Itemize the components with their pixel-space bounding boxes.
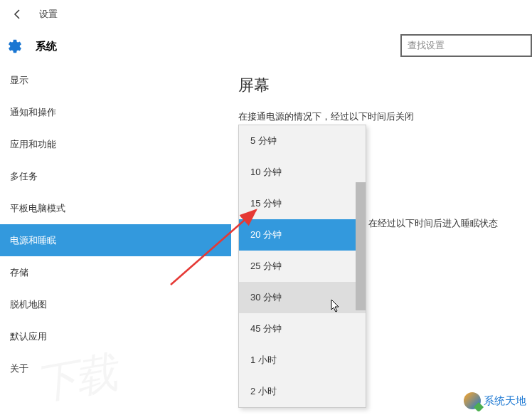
watermark-logo-icon [464,392,481,409]
search-placeholder: 查找设置 [408,39,445,52]
dropdown-option-1hr[interactable]: 1 小时 [239,345,366,376]
main-panel: 屏幕 在接通电源的情况下，经过以下时间后关闭 15 分钟 在经过以下时间后进入睡… [231,64,532,415]
sidebar-item-default-apps[interactable]: 默认应用 [0,320,231,352]
sidebar-item-offline-maps[interactable]: 脱机地图 [0,288,231,320]
dropdown-option-20min[interactable]: 20 分钟 [239,219,366,251]
dropdown-option-25min[interactable]: 25 分钟 [239,251,366,282]
content-area: 显示 通知和操作 应用和功能 多任务 平板电脑模式 电源和睡眠 存储 脱机地图 … [0,64,532,415]
header-title: 设置 [39,8,58,21]
window-header: 设置 [0,0,532,28]
timeout-dropdown: 5 分钟 10 分钟 15 分钟 20 分钟 25 分钟 30 分钟 45 分钟… [238,125,366,408]
category-title: 系统 [36,40,57,53]
watermark-text: 系统天地 [484,394,526,408]
dropdown-option-30min[interactable]: 30 分钟 [239,282,366,313]
sidebar-item-notifications[interactable]: 通知和操作 [0,96,231,128]
sidebar-item-multitasking[interactable]: 多任务 [0,160,231,192]
scrollbar-thumb[interactable] [356,182,366,310]
page-title: 屏幕 [238,75,532,96]
dropdown-option-45min[interactable]: 45 分钟 [239,313,366,345]
screen-off-label: 在接通电源的情况下，经过以下时间后关闭 [238,110,532,123]
sidebar-item-tablet[interactable]: 平板电脑模式 [0,192,231,224]
gear-icon [7,38,23,54]
sidebar-item-display[interactable]: 显示 [0,64,231,96]
dropdown-option-2hr[interactable]: 2 小时 [239,376,366,407]
subheader: 系统 查找设置 [0,28,532,64]
sidebar-item-power-sleep[interactable]: 电源和睡眠 [0,224,231,256]
sleep-label: 在经过以下时间后进入睡眠状态 [368,217,498,230]
watermark: 系统天地 [464,392,526,409]
back-button[interactable] [7,4,28,25]
dropdown-scrollbar[interactable] [356,125,366,407]
sidebar-item-storage[interactable]: 存储 [0,256,231,288]
search-input[interactable]: 查找设置 [400,34,532,57]
sidebar-item-about[interactable]: 关于 [0,352,231,384]
dropdown-option-10min[interactable]: 10 分钟 [239,157,366,188]
arrow-left-icon [12,9,23,20]
sidebar: 显示 通知和操作 应用和功能 多任务 平板电脑模式 电源和睡眠 存储 脱机地图 … [0,64,231,415]
sidebar-item-apps[interactable]: 应用和功能 [0,128,231,160]
dropdown-option-15min[interactable]: 15 分钟 [239,188,366,219]
dropdown-option-5min[interactable]: 5 分钟 [239,125,366,157]
